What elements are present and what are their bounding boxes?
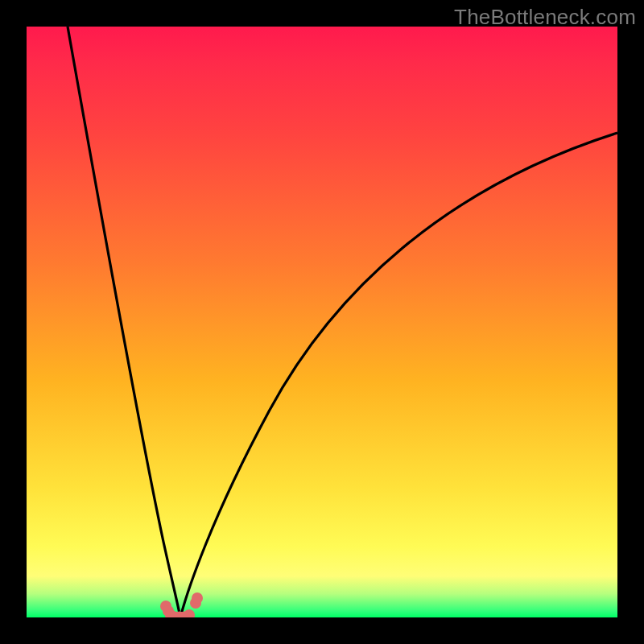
- chart-frame: TheBottleneck.com: [0, 0, 644, 644]
- watermark-text: TheBottleneck.com: [454, 5, 636, 30]
- curve-left-branch: [68, 27, 180, 617]
- chart-svg: [27, 27, 617, 617]
- chart-plot-area: [27, 27, 617, 617]
- marker-cluster: [160, 592, 203, 617]
- curve-right-branch: [180, 133, 617, 617]
- svg-point-6: [184, 609, 195, 617]
- svg-point-8: [192, 592, 203, 604]
